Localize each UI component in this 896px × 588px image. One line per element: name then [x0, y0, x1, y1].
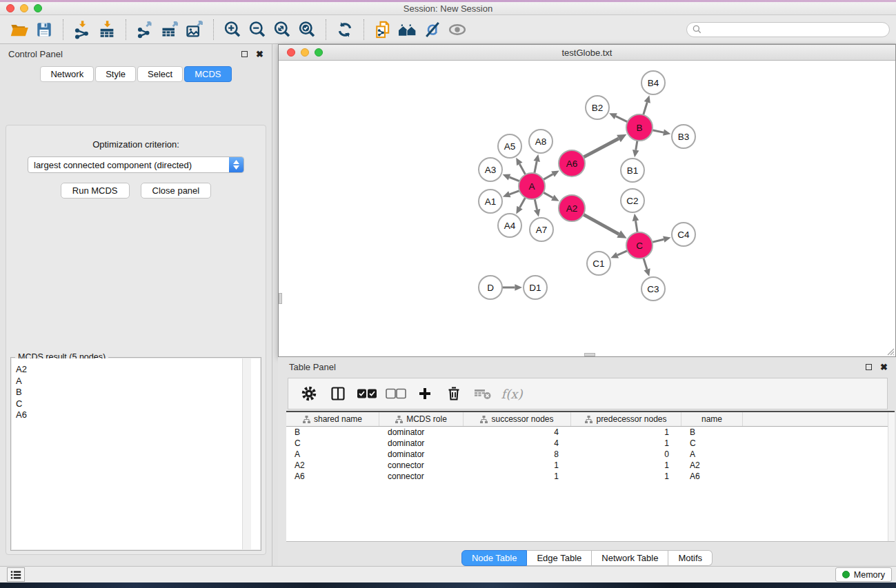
- graph-edge-C-C1[interactable]: [617, 251, 628, 255]
- tab-mcds[interactable]: MCDS: [184, 66, 231, 82]
- table-cell[interactable]: connector: [379, 471, 464, 482]
- table-cell[interactable]: C: [681, 438, 743, 449]
- zoom-out-button[interactable]: [245, 18, 270, 41]
- column-header-shared-name[interactable]: shared name: [286, 412, 379, 426]
- table-row[interactable]: A2connector11A2: [286, 460, 895, 471]
- export-table-button[interactable]: [157, 18, 182, 41]
- zoom-selected-button[interactable]: [295, 18, 319, 41]
- table-row[interactable]: A6connector11A6: [286, 471, 895, 482]
- table-cell[interactable]: 1: [571, 438, 681, 449]
- graph-edge-A-A1[interactable]: [510, 191, 519, 194]
- memory-button[interactable]: Memory: [835, 567, 892, 582]
- minimize-network-window-button[interactable]: [301, 48, 309, 57]
- table-cell[interactable]: B: [286, 427, 379, 438]
- network-window-titlebar[interactable]: testGlobe.txt: [279, 45, 895, 61]
- graph-edge-A-A3[interactable]: [509, 177, 519, 181]
- table-scrollbar[interactable]: [888, 412, 895, 541]
- zoom-network-window-button[interactable]: [315, 48, 323, 57]
- table-cell[interactable]: A6: [681, 471, 743, 482]
- table-row[interactable]: Cdominator41C: [286, 438, 895, 449]
- result-item[interactable]: A: [16, 376, 260, 387]
- float-table-panel-icon[interactable]: [866, 364, 872, 370]
- table-cell[interactable]: 1: [571, 460, 681, 471]
- run-mcds-button[interactable]: Run MCDS: [61, 183, 130, 199]
- zoom-in-button[interactable]: [220, 18, 245, 41]
- save-session-button[interactable]: [32, 18, 57, 41]
- table-cell[interactable]: 1: [571, 471, 681, 482]
- table-settings-button[interactable]: [298, 382, 320, 405]
- result-item[interactable]: A2: [16, 364, 260, 376]
- close-network-window-button[interactable]: [287, 48, 295, 57]
- graph-edge-C-C4[interactable]: [652, 239, 664, 242]
- table-cell[interactable]: B: [681, 427, 743, 438]
- network-horizontal-scrollbar[interactable]: [584, 353, 595, 356]
- tab-network[interactable]: Network: [40, 66, 94, 82]
- table-cell[interactable]: dominator: [379, 449, 464, 460]
- table-cell[interactable]: 1: [464, 471, 571, 482]
- graph-edge-A-A8[interactable]: [535, 161, 537, 173]
- table-row[interactable]: Adominator80A: [286, 449, 895, 460]
- table-cell[interactable]: A2: [286, 460, 379, 471]
- table-cell[interactable]: dominator: [379, 427, 464, 438]
- minimize-window-button[interactable]: [20, 4, 28, 12]
- table-cell[interactable]: A2: [681, 460, 743, 471]
- tab-network-table[interactable]: Network Table: [592, 550, 668, 566]
- table-cell[interactable]: 0: [571, 449, 681, 460]
- search-input[interactable]: [701, 25, 884, 34]
- task-history-button[interactable]: [7, 567, 25, 582]
- table-cell[interactable]: 4: [464, 427, 571, 438]
- close-panel-button[interactable]: Close panel: [141, 183, 212, 199]
- table-cell[interactable]: A6: [286, 471, 379, 482]
- copy-network-button[interactable]: [370, 18, 395, 41]
- apply-function-button[interactable]: f(x): [501, 382, 523, 405]
- graph-edge-A-A7[interactable]: [535, 199, 537, 210]
- add-row-button[interactable]: [414, 382, 436, 405]
- zoom-fit-button[interactable]: [270, 18, 295, 41]
- eye-button[interactable]: [445, 18, 470, 41]
- delete-row-button[interactable]: [443, 382, 465, 405]
- column-header-successor-nodes[interactable]: successor nodes: [464, 412, 571, 426]
- table-cell[interactable]: dominator: [379, 438, 464, 449]
- column-header-MCDS-role[interactable]: MCDS role: [379, 412, 464, 426]
- graph-edge-B-B1[interactable]: [636, 141, 637, 150]
- table-cell[interactable]: A: [681, 449, 743, 460]
- graph-edge-A-A4[interactable]: [519, 198, 525, 208]
- tab-style[interactable]: Style: [95, 66, 136, 82]
- graph-edge-B-B3[interactable]: [653, 130, 664, 132]
- result-item[interactable]: A6: [16, 409, 260, 421]
- float-panel-icon[interactable]: [241, 51, 248, 57]
- criterion-dropdown[interactable]: largest connected component (directed): [28, 156, 244, 173]
- tab-select[interactable]: Select: [137, 66, 183, 82]
- graph-edge-C-C3[interactable]: [644, 258, 647, 270]
- column-header-predecessor-nodes[interactable]: predecessor nodes: [571, 412, 681, 426]
- table-cell[interactable]: 1: [571, 427, 681, 438]
- export-image-button[interactable]: [182, 18, 207, 41]
- export-network-button[interactable]: [132, 18, 157, 41]
- graph-edge-A-A5[interactable]: [519, 164, 526, 174]
- graph-edge-B-B4[interactable]: [644, 102, 648, 115]
- graph-edge-A2-C[interactable]: [584, 214, 619, 234]
- table-cell[interactable]: 8: [464, 449, 571, 460]
- network-vertical-scrollbar[interactable]: [279, 293, 282, 304]
- show-columns-button[interactable]: [327, 382, 349, 405]
- table-cell[interactable]: 4: [464, 438, 571, 449]
- close-table-panel-icon[interactable]: ✖: [880, 364, 888, 370]
- result-item[interactable]: B: [16, 387, 260, 398]
- table-row[interactable]: Bdominator41B: [286, 427, 895, 438]
- table-cell[interactable]: 1: [464, 460, 571, 471]
- refresh-button[interactable]: [332, 18, 357, 41]
- tab-edge-table[interactable]: Edge Table: [527, 550, 592, 566]
- close-window-button[interactable]: [6, 4, 14, 12]
- table-cell[interactable]: A: [286, 449, 379, 460]
- graph-edge-B-B2[interactable]: [616, 116, 628, 122]
- open-session-button[interactable]: [7, 18, 32, 41]
- table-cell[interactable]: connector: [379, 460, 464, 471]
- deselect-all-button[interactable]: [385, 382, 407, 405]
- close-panel-icon[interactable]: ✖: [256, 51, 263, 57]
- import-network-button[interactable]: [70, 18, 94, 41]
- column-header-name[interactable]: name: [681, 412, 743, 426]
- graph-edge-C-C2[interactable]: [636, 221, 638, 232]
- search-field[interactable]: [686, 22, 890, 37]
- tab-node-table[interactable]: Node Table: [461, 550, 528, 566]
- result-list-scrollbar[interactable]: [242, 358, 251, 549]
